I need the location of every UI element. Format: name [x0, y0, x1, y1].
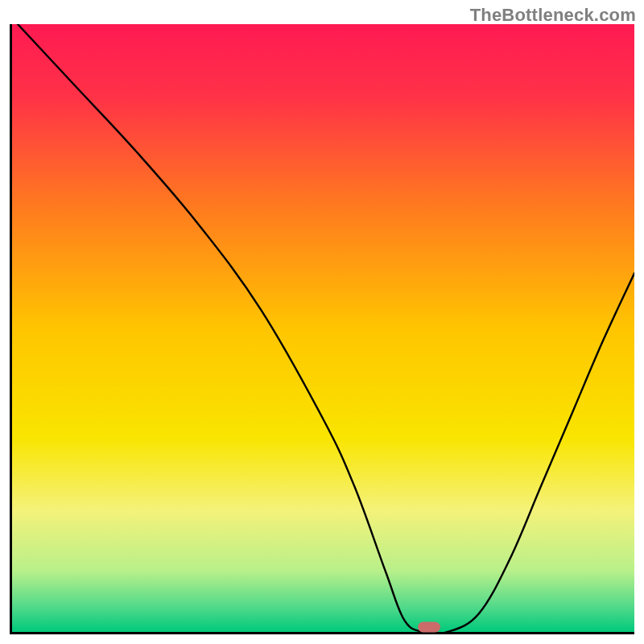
optimal-point-marker [418, 622, 440, 633]
plot-area [10, 24, 634, 634]
bottleneck-curve [12, 24, 634, 632]
chart-container: TheBottleneck.com [0, 0, 644, 644]
watermark-label: TheBottleneck.com [470, 5, 636, 26]
